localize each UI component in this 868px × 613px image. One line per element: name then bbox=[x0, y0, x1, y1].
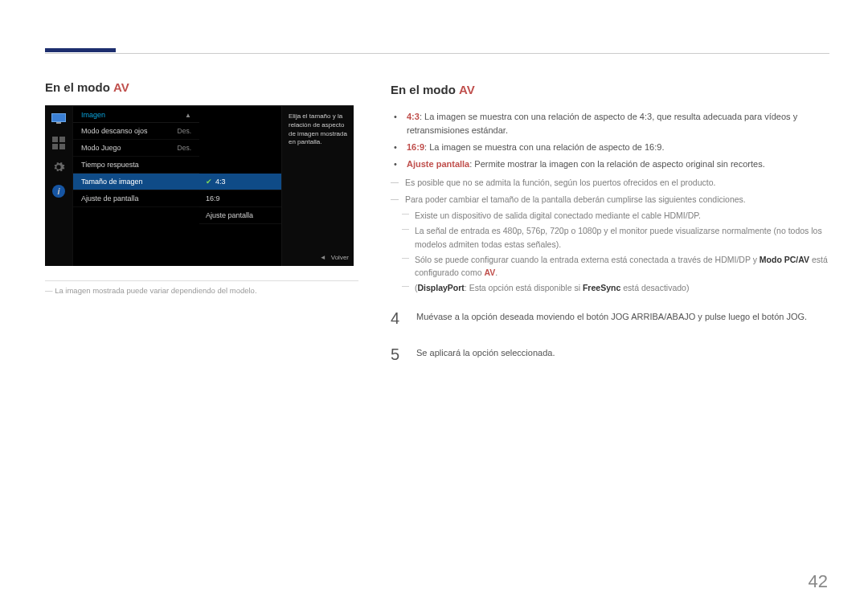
gear-icon bbox=[51, 161, 67, 174]
osd-submenu-label: 16:9 bbox=[206, 194, 220, 202]
condition-signal: La señal de entrada es 480p, 576p, 720p … bbox=[391, 224, 829, 251]
osd-screenshot: i Imagen ▲ Modo descanso ojos Des. Modo … bbox=[45, 105, 354, 266]
bullet-text: : La imagen se muestra con una relación … bbox=[407, 112, 797, 135]
bullet-ajuste: Ajuste pantalla: Permite mostrar la imag… bbox=[403, 157, 829, 171]
title-highlight: AV bbox=[113, 80, 129, 94]
osd-row-label: Modo descanso ojos bbox=[81, 127, 148, 135]
osd-row-label: Tamaño de imagen bbox=[81, 178, 143, 186]
bold-modo-pc-av: Modo PC/AV bbox=[760, 255, 809, 264]
osd-menu-title-text: Imagen bbox=[81, 111, 105, 119]
step-number: 5 bbox=[391, 342, 407, 367]
svg-rect-3 bbox=[59, 137, 65, 142]
bullet-label: 16:9 bbox=[407, 142, 424, 152]
osd-main-menu: Imagen ▲ Modo descanso ojos Des. Modo Ju… bbox=[72, 106, 199, 266]
osd-row-value: Des. bbox=[178, 127, 191, 135]
note-function-support: Es posible que no se admita la función, … bbox=[391, 176, 829, 189]
display-icon bbox=[51, 112, 67, 125]
bold-freesync: FreeSync bbox=[583, 283, 620, 292]
right-column: En el modo AV 4:3: La imagen se muestra … bbox=[391, 80, 829, 367]
page-content: En el modo AV i Imagen bbox=[0, 0, 868, 367]
step-5: 5 Se aplicará la opción seleccionada. bbox=[391, 342, 829, 367]
text-fragment: . bbox=[495, 268, 497, 277]
osd-row-label: Modo Juego bbox=[81, 144, 121, 152]
step-4: 4 Muévase a la opción deseada moviendo e… bbox=[391, 306, 829, 331]
osd-back-label: Volver bbox=[331, 254, 349, 261]
osd-icon-rail: i bbox=[45, 106, 72, 266]
osd-submenu-label: Ajuste pantalla bbox=[206, 211, 253, 219]
bullet-text: : Permite mostrar la imagen con la relac… bbox=[469, 159, 764, 169]
osd-footer: ◄Volver bbox=[320, 254, 349, 263]
osd-submenu-4-3[interactable]: ✔4:3 bbox=[199, 174, 281, 190]
osd-row-modo-descanso[interactable]: Modo descanso ojos Des. bbox=[73, 123, 199, 140]
osd-row-label: Ajuste de pantalla bbox=[81, 194, 139, 202]
svg-rect-0 bbox=[52, 114, 66, 122]
step-text: Muévase a la opción deseada moviendo el … bbox=[416, 306, 807, 331]
condition-pc-av: Sólo se puede configurar cuando la entra… bbox=[391, 253, 829, 280]
note-conditions: Para poder cambiar el tamaño de la panta… bbox=[391, 193, 829, 206]
title-prefix: En el modo bbox=[45, 80, 113, 94]
osd-row-tamano-imagen[interactable]: Tamaño de imagen bbox=[73, 174, 199, 190]
bullet-16-9: 16:9: La imagen se muestra con una relac… bbox=[403, 141, 829, 154]
back-icon: ◄ bbox=[320, 254, 326, 261]
svg-rect-4 bbox=[52, 144, 58, 149]
left-section-title: En el modo AV bbox=[45, 80, 358, 94]
bullet-list: 4:3: La imagen se muestra con una relaci… bbox=[391, 110, 829, 171]
osd-row-tiempo-respuesta[interactable]: Tiempo respuesta bbox=[73, 157, 199, 174]
info-icon: i bbox=[51, 185, 67, 198]
text-fragment: Sólo se puede configurar cuando la entra… bbox=[415, 255, 760, 264]
osd-submenu: ✔4:3 16:9 Ajuste pantalla bbox=[199, 106, 281, 266]
bullet-label: 4:3 bbox=[407, 112, 420, 121]
svg-rect-5 bbox=[59, 144, 65, 149]
title-highlight: AV bbox=[459, 83, 475, 96]
osd-submenu-label: 4:3 bbox=[215, 178, 226, 186]
page-number: 42 bbox=[809, 571, 828, 592]
header-rule bbox=[45, 53, 829, 54]
condition-displayport: (DisplayPort: Esta opción está disponibl… bbox=[391, 281, 829, 294]
text-fragment: : Esta opción está disponible si bbox=[465, 283, 583, 292]
svg-rect-1 bbox=[56, 122, 61, 124]
osd-row-ajuste-pantalla[interactable]: Ajuste de pantalla bbox=[73, 190, 199, 207]
osd-submenu-ajuste[interactable]: Ajuste pantalla bbox=[199, 207, 281, 224]
osd-info-panel: Elija el tamaño y la relación de aspecto… bbox=[281, 106, 354, 266]
svg-rect-2 bbox=[52, 137, 58, 142]
grid-icon bbox=[51, 137, 67, 149]
osd-menu-title: Imagen ▲ bbox=[73, 106, 199, 123]
osd-row-label: Tiempo respuesta bbox=[81, 161, 139, 169]
title-prefix: En el modo bbox=[391, 83, 459, 96]
bullet-4-3: 4:3: La imagen se muestra con una relaci… bbox=[403, 110, 829, 137]
check-icon: ✔ bbox=[206, 178, 212, 186]
right-section-title: En el modo AV bbox=[391, 80, 829, 99]
step-text: Se aplicará la opción seleccionada. bbox=[416, 342, 555, 367]
image-caption: La imagen mostrada puede variar dependie… bbox=[45, 280, 358, 295]
step-number: 4 bbox=[391, 306, 407, 331]
left-column: En el modo AV i Imagen bbox=[45, 80, 358, 367]
osd-info-text: Elija el tamaño y la relación de aspecto… bbox=[289, 112, 347, 147]
osd-row-value: Des. bbox=[178, 144, 191, 152]
text-fragment: está desactivado) bbox=[620, 283, 689, 292]
bold-displayport: DisplayPort bbox=[418, 283, 465, 292]
osd-row-modo-juego[interactable]: Modo Juego Des. bbox=[73, 140, 199, 157]
scroll-up-icon: ▲ bbox=[185, 112, 191, 119]
bullet-label: Ajuste pantalla bbox=[407, 159, 469, 169]
bullet-text: : La imagen se muestra con una relación … bbox=[424, 142, 664, 152]
bold-av: AV bbox=[484, 268, 495, 277]
osd-submenu-16-9[interactable]: 16:9 bbox=[199, 190, 281, 207]
condition-digital-output: Existe un dispositivo de salida digital … bbox=[391, 209, 829, 222]
accent-bar bbox=[45, 48, 116, 52]
